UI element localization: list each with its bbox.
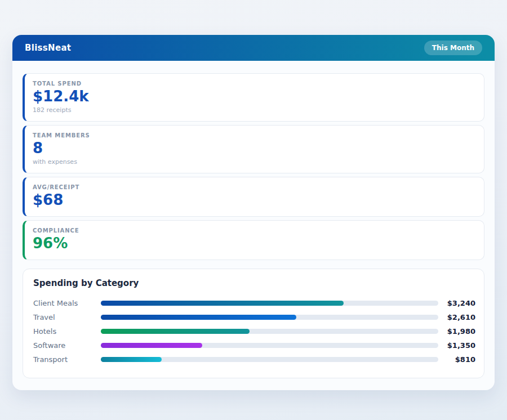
stat-subtitle: 182 receipts (33, 106, 476, 114)
stat-value: $68 (33, 192, 476, 209)
app-body: TOTAL SPEND $12.4k 182 receipts TEAM MEM… (12, 61, 495, 390)
chart-title: Spending by Category (33, 278, 475, 288)
app-title: BlissNeat (25, 43, 71, 53)
app-header: BlissNeat This Month (12, 35, 495, 61)
stat-label: COMPLIANCE (33, 227, 476, 234)
category-bar-track (101, 315, 438, 320)
category-value: $2,610 (438, 313, 475, 321)
period-badge[interactable]: This Month (424, 41, 482, 55)
category-bar (101, 301, 344, 306)
category-row: Hotels$1,980 (33, 324, 475, 338)
category-bar (101, 329, 250, 334)
stat-card-compliance: COMPLIANCE 96% (23, 220, 484, 260)
stat-card-team-members: TEAM MEMBERS 8 with expenses (23, 125, 484, 173)
category-label: Transport (33, 355, 101, 364)
category-bar-track (101, 329, 438, 334)
stat-label: TOTAL SPEND (33, 81, 476, 87)
category-bar (101, 343, 202, 348)
category-label: Hotels (33, 327, 101, 336)
category-value: $3,240 (438, 299, 475, 307)
category-bar-track (101, 357, 438, 362)
stat-label: AVG/RECEIPT (33, 184, 476, 190)
category-label: Software (33, 341, 101, 350)
category-row: Software$1,350 (33, 338, 475, 352)
spending-by-category-card: Spending by Category Client Meals$3,240T… (23, 269, 484, 378)
category-bar-track (101, 301, 438, 306)
category-label: Client Meals (33, 299, 101, 307)
category-value: $1,980 (438, 327, 475, 336)
category-row: Client Meals$3,240 (33, 296, 475, 310)
category-row: Travel$2,610 (33, 310, 475, 324)
stat-card-total-spend: TOTAL SPEND $12.4k 182 receipts (23, 73, 484, 122)
stat-value: 96% (33, 235, 476, 252)
category-bar (101, 357, 162, 362)
category-value: $810 (438, 355, 475, 364)
category-label: Travel (33, 313, 101, 321)
category-row: Transport$810 (33, 352, 475, 367)
stat-label: TEAM MEMBERS (33, 132, 476, 138)
dashboard-card: BlissNeat This Month TOTAL SPEND $12.4k … (12, 35, 495, 390)
category-bars: Client Meals$3,240Travel$2,610Hotels$1,9… (33, 296, 475, 367)
stat-value: 8 (33, 140, 476, 157)
stat-card-avg-receipt: AVG/RECEIPT $68 (23, 177, 484, 217)
stat-subtitle: with expenses (33, 158, 476, 166)
stat-value: $12.4k (33, 88, 476, 105)
category-bar (101, 315, 296, 320)
category-bar-track (101, 343, 438, 348)
category-value: $1,350 (438, 341, 475, 350)
